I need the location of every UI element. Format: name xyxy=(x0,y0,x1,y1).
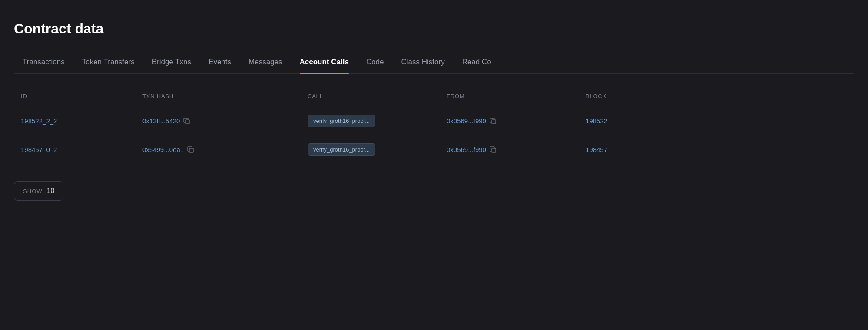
id-link-2[interactable]: 198457_0_2 xyxy=(21,146,57,153)
table-row: 198522_2_2 0x13ff...5420 verify_groth16_… xyxy=(14,107,854,135)
show-label: SHOW xyxy=(23,188,43,195)
page-title: Contract data xyxy=(14,21,854,37)
tab-bridge-txns[interactable]: Bridge Txns xyxy=(143,53,200,73)
tab-code[interactable]: Code xyxy=(358,53,393,73)
cell-id-2: 198457_0_2 xyxy=(21,146,142,153)
cell-from-2: 0x0569...f990 xyxy=(447,146,586,153)
header-id: ID xyxy=(21,93,142,99)
cell-call-2: verify_groth16_proof... xyxy=(308,143,447,156)
tabs-nav: Transactions Token Transfers Bridge Txns… xyxy=(14,53,854,74)
tab-events[interactable]: Events xyxy=(200,53,240,73)
header-extra xyxy=(673,93,847,99)
copy-from-icon-2[interactable] xyxy=(490,146,497,153)
table-row: 198457_0_2 0x5499...0ea1 verify_groth16_… xyxy=(14,135,854,164)
tab-transactions[interactable]: Transactions xyxy=(14,53,73,73)
cell-txn-hash-1: 0x13ff...5420 xyxy=(142,117,308,125)
header-from: FROM xyxy=(447,93,586,99)
cell-txn-hash-2: 0x5499...0ea1 xyxy=(142,146,308,153)
svg-rect-0 xyxy=(186,120,189,124)
id-link-1[interactable]: 198522_2_2 xyxy=(21,117,57,125)
header-call: CALL xyxy=(308,93,447,99)
tab-token-transfers[interactable]: Token Transfers xyxy=(73,53,143,73)
txn-hash-link-1[interactable]: 0x13ff...5420 xyxy=(142,117,180,125)
show-value: 10 xyxy=(47,187,55,195)
svg-rect-3 xyxy=(492,148,496,152)
copy-txn-hash-icon-2[interactable] xyxy=(187,146,194,153)
copy-txn-hash-icon-1[interactable] xyxy=(183,118,190,125)
cell-from-1: 0x0569...f990 xyxy=(447,117,586,125)
svg-rect-2 xyxy=(189,148,193,152)
cell-id-1: 198522_2_2 xyxy=(21,117,142,125)
svg-rect-1 xyxy=(492,120,496,124)
tab-class-history[interactable]: Class History xyxy=(393,53,454,73)
copy-from-icon-1[interactable] xyxy=(490,118,497,125)
tab-messages[interactable]: Messages xyxy=(240,53,291,73)
cell-block-2: 198457 xyxy=(586,146,673,153)
tab-read-co[interactable]: Read Co xyxy=(454,53,500,73)
txn-hash-link-2[interactable]: 0x5499...0ea1 xyxy=(142,146,184,153)
call-badge-2: verify_groth16_proof... xyxy=(308,143,375,156)
cell-block-1: 198522 xyxy=(586,117,673,125)
from-link-2[interactable]: 0x0569...f990 xyxy=(447,146,486,153)
block-link-1[interactable]: 198522 xyxy=(586,117,607,125)
block-link-2[interactable]: 198457 xyxy=(586,146,607,153)
tab-account-calls[interactable]: Account Calls xyxy=(291,53,358,73)
cell-call-1: verify_groth16_proof... xyxy=(308,115,447,127)
header-block: BLOCK xyxy=(586,93,673,99)
from-link-1[interactable]: 0x0569...f990 xyxy=(447,117,486,125)
table-header: ID TXN HASH CALL FROM BLOCK xyxy=(14,88,854,105)
header-txn-hash: TXN HASH xyxy=(142,93,308,99)
data-table: ID TXN HASH CALL FROM BLOCK 198522_2_2 0… xyxy=(14,88,854,164)
call-badge-1: verify_groth16_proof... xyxy=(308,115,375,127)
pagination-show[interactable]: SHOW 10 xyxy=(14,182,63,201)
